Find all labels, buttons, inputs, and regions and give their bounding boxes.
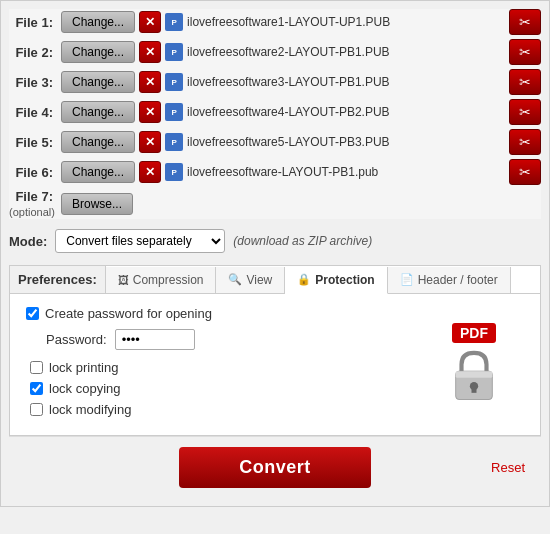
preferences-left: Create password for opening Password: lo… <box>26 306 408 423</box>
file-name: ilovefreesoftware-LAYOUT-PB1.pub <box>187 165 505 179</box>
file-label: File 3: <box>9 75 57 90</box>
lock-icon <box>449 347 499 407</box>
change-button[interactable]: Change... <box>61 161 135 183</box>
file-label: File 2: <box>9 45 57 60</box>
remove-icon: ✕ <box>145 105 155 119</box>
preferences-header: Preferences: 🖼Compression🔍View🔒Protectio… <box>10 266 540 294</box>
scissors-button[interactable]: ✂ <box>509 39 541 65</box>
file-row: File 4:Change...✕Pilovefreesoftware4-LAY… <box>9 99 541 125</box>
scissors-icon: ✂ <box>519 134 531 150</box>
remove-icon: ✕ <box>145 75 155 89</box>
pdf-badge: PDF <box>452 323 496 343</box>
lock-modifying-checkbox[interactable] <box>30 403 43 416</box>
change-button[interactable]: Change... <box>61 41 135 63</box>
lock-modifying-row: lock modifying <box>30 402 408 417</box>
file-row: File 3:Change...✕Pilovefreesoftware3-LAY… <box>9 69 541 95</box>
change-button[interactable]: Change... <box>61 11 135 33</box>
remove-button[interactable]: ✕ <box>139 71 161 93</box>
tab-view[interactable]: 🔍View <box>216 267 285 293</box>
pub-icon: P <box>165 103 183 121</box>
password-row: Password: <box>46 329 408 350</box>
password-label: Password: <box>46 332 107 347</box>
file-name: ilovefreesoftware3-LAYOUT-PB1.PUB <box>187 75 505 89</box>
convert-button[interactable]: Convert <box>179 447 371 488</box>
file-label: File 7:(optional) <box>9 189 57 219</box>
file-type-icon: P <box>165 13 183 31</box>
remove-button[interactable]: ✕ <box>139 41 161 63</box>
file-type-icon: P <box>165 133 183 151</box>
tab-header-footer[interactable]: 📄Header / footer <box>388 267 511 293</box>
preferences-right: PDF <box>424 306 524 423</box>
remove-button[interactable]: ✕ <box>139 131 161 153</box>
file-name: ilovefreesoftware2-LAYOUT-PB1.PUB <box>187 45 505 59</box>
tab-header-footer-label: Header / footer <box>418 273 498 287</box>
tab-compression-label: Compression <box>133 273 204 287</box>
file-row: File 5:Change...✕Pilovefreesoftware5-LAY… <box>9 129 541 155</box>
tab-protection[interactable]: 🔒Protection <box>285 267 387 294</box>
mode-row: Mode: Convert files separatelyMerge file… <box>9 225 541 257</box>
tabs-row: 🖼Compression🔍View🔒Protection📄Header / fo… <box>106 267 540 293</box>
remove-icon: ✕ <box>145 135 155 149</box>
scissors-icon: ✂ <box>519 74 531 90</box>
lock-printing-label: lock printing <box>49 360 118 375</box>
scissors-icon: ✂ <box>519 164 531 180</box>
remove-button[interactable]: ✕ <box>139 11 161 33</box>
file-label-text: File 7: <box>15 189 53 204</box>
scissors-button[interactable]: ✂ <box>509 69 541 95</box>
scissors-button[interactable]: ✂ <box>509 9 541 35</box>
file-type-icon: P <box>165 163 183 181</box>
file-row: File 1:Change...✕Pilovefreesoftware1-LAY… <box>9 9 541 35</box>
change-button[interactable]: Change... <box>61 131 135 153</box>
scissors-button[interactable]: ✂ <box>509 129 541 155</box>
lock-copying-row: lock copying <box>30 381 408 396</box>
reset-link[interactable]: Reset <box>491 460 525 475</box>
remove-button[interactable]: ✕ <box>139 161 161 183</box>
file-row: File 6:Change...✕Pilovefreesoftware-LAYO… <box>9 159 541 185</box>
pub-icon: P <box>165 133 183 151</box>
main-container: File 1:Change...✕Pilovefreesoftware1-LAY… <box>0 0 550 507</box>
tab-view-label: View <box>246 273 272 287</box>
change-button[interactable]: Change... <box>61 101 135 123</box>
tab-header-footer-icon: 📄 <box>400 273 414 286</box>
file-type-icon: P <box>165 73 183 91</box>
svg-rect-3 <box>472 386 477 393</box>
file-name: ilovefreesoftware4-LAYOUT-PB2.PUB <box>187 105 505 119</box>
tab-compression-icon: 🖼 <box>118 274 129 286</box>
pub-icon: P <box>165 163 183 181</box>
scissors-button[interactable]: ✂ <box>509 159 541 185</box>
file-type-icon: P <box>165 43 183 61</box>
lock-copying-label: lock copying <box>49 381 121 396</box>
file-label: File 5: <box>9 135 57 150</box>
preferences-section: Preferences: 🖼Compression🔍View🔒Protectio… <box>9 265 541 436</box>
change-button[interactable]: Change... <box>61 71 135 93</box>
lock-printing-row: lock printing <box>30 360 408 375</box>
file-label: File 6: <box>9 165 57 180</box>
pub-icon: P <box>165 43 183 61</box>
remove-button[interactable]: ✕ <box>139 101 161 123</box>
convert-bar: Convert Reset <box>9 436 541 498</box>
browse-button[interactable]: Browse... <box>61 193 133 215</box>
remove-icon: ✕ <box>145 45 155 59</box>
pub-icon: P <box>165 73 183 91</box>
file-name: ilovefreesoftware5-LAYOUT-PB3.PUB <box>187 135 505 149</box>
mode-note: (download as ZIP archive) <box>233 234 372 248</box>
preferences-label: Preferences: <box>10 266 106 293</box>
file-type-icon: P <box>165 103 183 121</box>
preferences-content: Create password for opening Password: lo… <box>10 294 540 435</box>
password-input[interactable] <box>115 329 195 350</box>
remove-icon: ✕ <box>145 15 155 29</box>
create-password-checkbox[interactable] <box>26 307 39 320</box>
tab-compression[interactable]: 🖼Compression <box>106 267 217 293</box>
create-password-label: Create password for opening <box>45 306 212 321</box>
file-row: File 2:Change...✕Pilovefreesoftware2-LAY… <box>9 39 541 65</box>
mode-select[interactable]: Convert files separatelyMerge files into… <box>55 229 225 253</box>
lock-printing-checkbox[interactable] <box>30 361 43 374</box>
scissors-icon: ✂ <box>519 44 531 60</box>
svg-rect-1 <box>456 371 493 378</box>
pub-icon: P <box>165 13 183 31</box>
scissors-icon: ✂ <box>519 104 531 120</box>
file-name: ilovefreesoftware1-LAYOUT-UP1.PUB <box>187 15 505 29</box>
file-row: File 7:(optional)Browse... <box>9 189 541 219</box>
lock-copying-checkbox[interactable] <box>30 382 43 395</box>
scissors-button[interactable]: ✂ <box>509 99 541 125</box>
